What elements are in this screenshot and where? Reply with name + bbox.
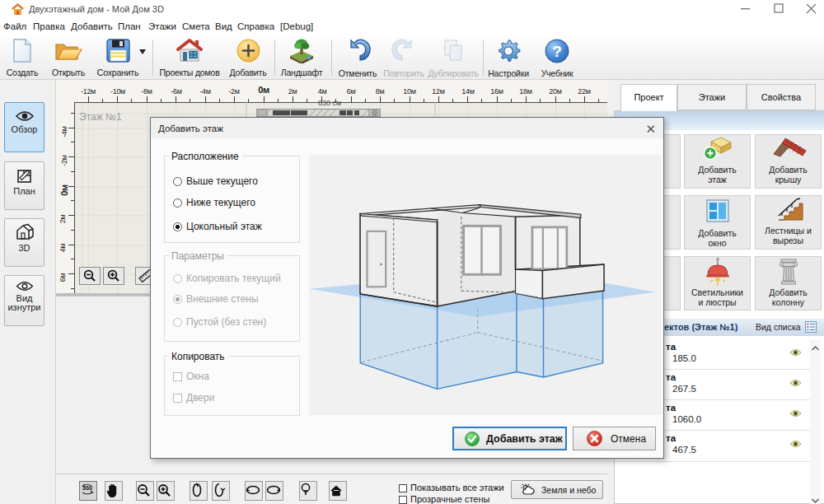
svg-text:830 см: 830 см xyxy=(318,99,341,107)
svg-text:?: ? xyxy=(552,43,562,60)
